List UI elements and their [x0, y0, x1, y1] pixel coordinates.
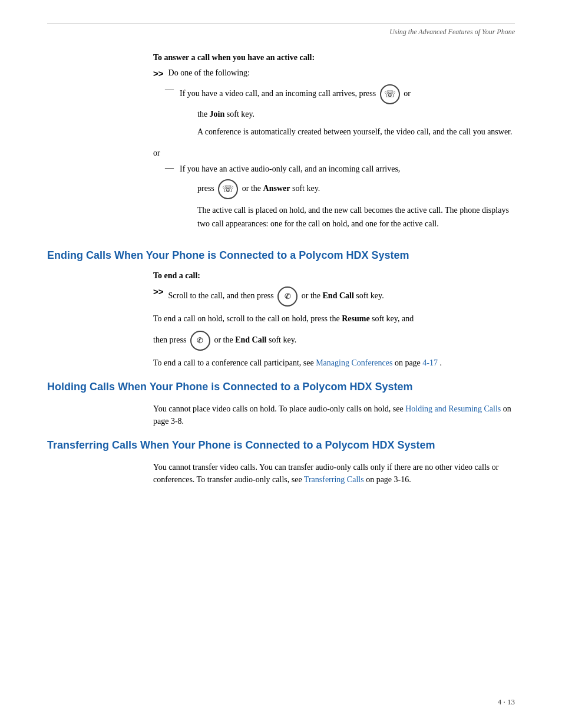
holding-calls-content: You cannot place video calls on hold. To…: [153, 403, 515, 427]
conference-auto-text: A conference is automatically created be…: [197, 126, 515, 139]
header-text: Using the Advanced Features of Your Phon…: [47, 28, 515, 37]
transferring-calls-link[interactable]: Transferring Calls: [304, 475, 364, 484]
answer-call-arrow-row: >> Do one of the following:: [153, 68, 515, 78]
hold-note-text: The active call is placed on hold, and t…: [197, 204, 515, 230]
ending-calls-heading: Ending Calls When Your Phone is Connecte…: [47, 249, 515, 262]
phone-answer-icon: ☏: [218, 179, 238, 199]
conference-link-para: To end a call to a conference call parti…: [153, 357, 515, 369]
end-call-on-hold-text: To end a call on hold, scroll to the cal…: [153, 312, 515, 325]
end-call-icon: ✆: [277, 286, 297, 307]
transferring-calls-section: Transferring Calls When Your Phone is Co…: [47, 439, 515, 486]
end-call-instruction: Scroll to the call, and then press ✆ or …: [168, 286, 515, 307]
managing-conferences-link[interactable]: Managing Conferences: [316, 358, 392, 367]
header-rule: [47, 24, 515, 24]
dash-1: —: [165, 84, 174, 94]
dash-item-video: — If you have a video call, and an incom…: [165, 84, 515, 144]
phone-join-icon: ☏: [380, 84, 400, 104]
ending-calls-section: Ending Calls When Your Phone is Connecte…: [47, 249, 515, 369]
transferring-calls-heading: Transferring Calls When Your Phone is Co…: [47, 439, 515, 452]
video-call-text: If you have a video call, and an incomin…: [180, 84, 515, 104]
or-divider: or: [153, 149, 515, 158]
join-softkey-indent: the Join soft key. A conference is autom…: [197, 108, 515, 139]
end-call-subheading: To end a call:: [153, 271, 515, 281]
holding-calls-para: You cannot place video calls on hold. To…: [153, 403, 515, 427]
dash-content-video: If you have a video call, and an incomin…: [180, 84, 515, 144]
end-call-arrow-row: >> Scroll to the call, and then press ✆ …: [153, 286, 515, 307]
end-call-then-press: then press ✆ or the End Call soft key.: [153, 331, 515, 351]
page-number: 4 · 13: [498, 697, 515, 707]
audio-call-text: If you have an active audio-only call, a…: [180, 163, 515, 176]
answer-press-text: press ☏ or the Answer soft key.: [197, 179, 515, 199]
answer-call-intro: Do one of the following:: [168, 68, 515, 78]
arrow-indicator: >>: [153, 68, 164, 78]
answer-softkey-indent: press ☏ or the Answer soft key. The acti…: [197, 179, 515, 230]
holding-calls-section: Holding Calls When Your Phone is Connect…: [47, 381, 515, 427]
dash-2: —: [165, 163, 174, 173]
holding-resuming-link[interactable]: Holding and Resuming Calls: [405, 404, 501, 413]
conference-page-link[interactable]: 4-17: [422, 358, 438, 367]
end-arrow-indicator: >>: [153, 286, 164, 297]
page: Using the Advanced Features of Your Phon…: [0, 0, 562, 728]
end-call-icon-2: ✆: [190, 331, 210, 351]
top-content-section: To answer a call when you have an active…: [47, 53, 515, 235]
answer-call-block: To answer a call when you have an active…: [153, 53, 515, 235]
holding-calls-heading: Holding Calls When Your Phone is Connect…: [47, 381, 515, 393]
transferring-calls-para: You cannot transfer video calls. You can…: [153, 461, 515, 486]
answer-call-heading: To answer a call when you have an active…: [153, 53, 515, 62]
ending-calls-content: To end a call: >> Scroll to the call, an…: [153, 271, 515, 369]
dash-item-audio: — If you have an active audio-only call,…: [165, 163, 515, 235]
join-softkey-text: the Join soft key.: [197, 108, 515, 121]
dash-content-audio: If you have an active audio-only call, a…: [180, 163, 515, 235]
transferring-calls-content: You cannot transfer video calls. You can…: [153, 461, 515, 486]
